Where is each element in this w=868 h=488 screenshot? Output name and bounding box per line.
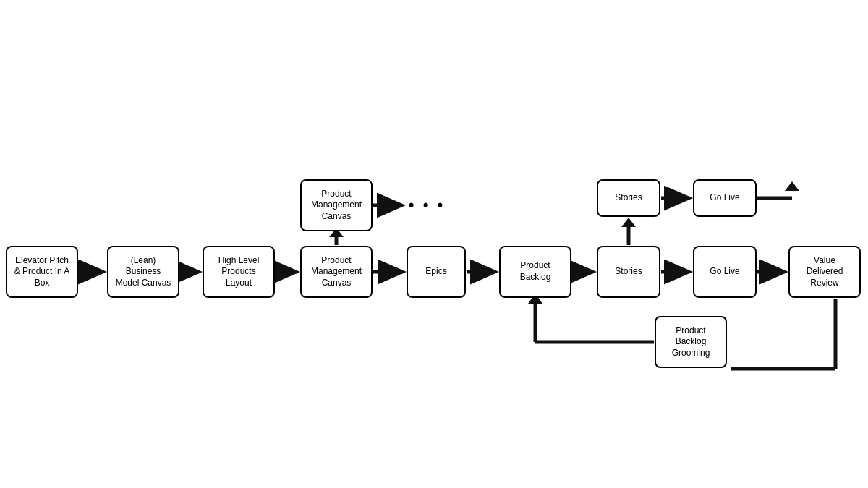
node-elevator: Elevator Pitch & Product In A Box (6, 246, 78, 298)
node-golive-top: Go Live (693, 179, 757, 217)
diagram-container: Elevator Pitch & Product In A Box (Lean)… (0, 0, 868, 488)
node-stories-top: Stories (597, 179, 660, 217)
node-dots: • • • (405, 189, 448, 221)
node-pmc-mid: ProductManagementCanvas (300, 246, 373, 298)
node-lean: (Lean)BusinessModel Canvas (107, 246, 179, 298)
node-backlog: ProductBacklog (499, 246, 571, 298)
arrow-down-upper (785, 181, 799, 191)
node-stories-mid: Stories (597, 246, 660, 298)
node-highlevel: High LevelProductsLayout (203, 246, 275, 298)
node-golive-mid: Go Live (693, 246, 757, 298)
node-pmc-top: ProductManagementCanvas (300, 179, 373, 231)
diagram-svg (0, 0, 868, 488)
node-value: ValueDeliveredReview (788, 246, 861, 298)
arrow-up-stories (621, 218, 636, 227)
node-backlog-grooming: ProductBacklogGrooming (655, 316, 727, 368)
node-epics: Epics (407, 246, 466, 298)
